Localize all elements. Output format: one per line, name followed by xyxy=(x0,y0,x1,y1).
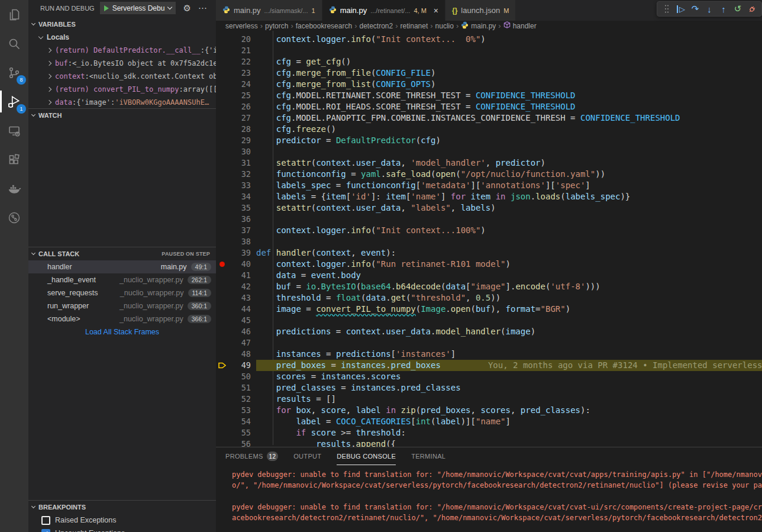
source-control-icon[interactable]: 8 xyxy=(0,58,28,87)
line-gutter[interactable]: 28 xyxy=(216,124,256,135)
code-line[interactable]: 52 results = [] xyxy=(216,394,762,405)
line-content[interactable]: context.logger.info("Run retinanet-R101 … xyxy=(256,259,762,270)
checkbox-checked[interactable]: ✓ xyxy=(41,529,50,532)
call-stack-header[interactable]: CALL STACK PAUSED ON STEP xyxy=(28,247,216,260)
line-content[interactable]: instances = predictions['instances'] xyxy=(256,349,762,360)
line-gutter[interactable]: 31 xyxy=(216,157,256,169)
step-out-icon[interactable]: ↑ xyxy=(718,2,729,15)
breadcrumb-item[interactable]: retinanet xyxy=(401,22,428,30)
line-gutter[interactable]: 36 xyxy=(216,214,256,225)
line-gutter[interactable]: 52 xyxy=(216,394,256,405)
line-gutter[interactable]: 46 xyxy=(216,326,256,337)
line-gutter[interactable]: 34 xyxy=(216,191,256,202)
line-content[interactable]: cfg.MODEL.ROI_HEADS.SCORE_THRESH_TEST = … xyxy=(256,101,762,112)
stack-frame-row[interactable]: serve_requests_nuclio_wrapper.py114:1 xyxy=(28,286,216,299)
code-line[interactable]: 55 if score >= threshold: xyxy=(216,427,762,439)
line-gutter[interactable]: 21 xyxy=(216,45,256,56)
line-gutter[interactable]: 55 xyxy=(216,427,256,439)
line-gutter[interactable]: 39 xyxy=(216,247,256,259)
line-content[interactable]: cfg.merge_from_file(CONFIG_FILE) xyxy=(256,67,762,79)
line-content[interactable]: scores = instances.scores xyxy=(256,371,762,382)
code-line[interactable]: 56 results.append({ xyxy=(216,439,762,447)
line-content[interactable]: pred_boxes = instances.pred_boxesYou, 2 … xyxy=(256,360,762,371)
line-gutter[interactable]: 29 xyxy=(216,135,256,146)
current-line-arrow-icon[interactable] xyxy=(216,362,228,369)
code-line[interactable]: 45 xyxy=(216,315,762,326)
code-line[interactable]: 44 image = convert_PIL_to_numpy(Image.op… xyxy=(216,304,762,315)
step-over-icon[interactable]: ↷ xyxy=(689,2,701,15)
continue-icon[interactable]: ▷ xyxy=(675,2,687,15)
code-line[interactable]: 27 cfg.MODEL.PANOPTIC_FPN.COMBINE.INSTAN… xyxy=(216,112,762,124)
git-graph-icon[interactable] xyxy=(0,203,28,232)
variables-scope-locals[interactable]: Locals xyxy=(28,31,216,44)
line-gutter[interactable]: 27 xyxy=(216,112,256,124)
code-line[interactable]: 51 pred_classes = instances.pred_classes xyxy=(216,382,762,394)
line-gutter[interactable]: 23 xyxy=(216,67,256,79)
line-content[interactable]: predictions = context.user_data.model_ha… xyxy=(256,326,762,337)
stack-frame-row[interactable]: _handle_event_nuclio_wrapper.py262:1 xyxy=(28,273,216,286)
line-content[interactable]: cfg.freeze() xyxy=(256,124,762,135)
line-gutter[interactable]: 20 xyxy=(216,34,256,45)
code-line[interactable]: 49 pred_boxes = instances.pred_boxesYou,… xyxy=(216,360,762,371)
start-debug-icon[interactable] xyxy=(104,5,109,11)
editor-tab[interactable]: main.py.../siammask/...1 xyxy=(216,0,322,21)
code-line[interactable]: 48 instances = predictions['instances'] xyxy=(216,349,762,360)
code-line[interactable]: 21 xyxy=(216,45,762,56)
editor-tab[interactable]: {}launch.jsonM xyxy=(445,0,516,21)
disconnect-icon[interactable] xyxy=(746,2,758,15)
line-gutter[interactable]: 35 xyxy=(216,202,256,214)
line-gutter[interactable]: 24 xyxy=(216,79,256,90)
restart-icon[interactable]: ↺ xyxy=(732,2,744,15)
line-content[interactable]: functionconfig = yaml.safe_load(open("/o… xyxy=(256,169,762,180)
stack-frame-row[interactable]: <module>_nuclio_wrapper.py366:1 xyxy=(28,312,216,325)
code-line[interactable]: 31 setattr(context.user_data, 'model_han… xyxy=(216,157,762,169)
line-gutter[interactable]: 22 xyxy=(216,56,256,67)
code-line[interactable]: 34 labels = {item['id']: item['name'] fo… xyxy=(216,191,762,202)
line-gutter[interactable]: 54 xyxy=(216,416,256,427)
line-gutter[interactable]: 50 xyxy=(216,371,256,382)
line-gutter[interactable]: 30 xyxy=(216,146,256,157)
code-line[interactable]: 36 xyxy=(216,214,762,225)
code-line[interactable]: 46 predictions = context.user_data.model… xyxy=(216,326,762,337)
line-content[interactable]: cfg.merge_from_list(CONFIG_OPTS) xyxy=(256,79,762,90)
line-gutter[interactable]: 51 xyxy=(216,382,256,394)
breadcrumb-item[interactable]: pytorch xyxy=(265,22,288,30)
code-line[interactable]: 53 for box, score, label in zip(pred_box… xyxy=(216,405,762,416)
extensions-icon[interactable] xyxy=(0,145,28,174)
code-editor[interactable]: 20 context.logger.info("Init context... … xyxy=(216,31,762,447)
line-gutter[interactable]: 45 xyxy=(216,315,256,326)
code-line[interactable]: 23 cfg.merge_from_file(CONFIG_FILE) xyxy=(216,67,762,79)
code-line[interactable]: 50 scores = instances.scores xyxy=(216,371,762,382)
line-gutter[interactable]: 33 xyxy=(216,180,256,191)
more-actions-icon[interactable]: ⋯ xyxy=(198,3,207,14)
run-and-debug-icon[interactable]: 1 xyxy=(0,87,28,116)
code-line[interactable]: 54 label = COCO_CATEGORIES[int(label)]["… xyxy=(216,416,762,427)
line-gutter[interactable]: 42 xyxy=(216,281,256,292)
line-gutter[interactable]: 48 xyxy=(216,349,256,360)
breadcrumb-item[interactable]: nuclio xyxy=(435,22,454,30)
line-gutter[interactable]: 25 xyxy=(216,90,256,101)
variable-row[interactable]: data: {'image': 'iVBORw0KGgoAAAANSUhE… xyxy=(28,96,216,108)
line-content[interactable]: results.append({ xyxy=(256,439,762,447)
line-content[interactable] xyxy=(256,146,762,157)
code-line[interactable]: 33 labels_spec = functionconfig['metadat… xyxy=(216,180,762,191)
line-content[interactable] xyxy=(256,45,762,56)
line-gutter[interactable]: 40 xyxy=(216,259,256,270)
panel-tab-debug-console[interactable]: DEBUG CONSOLE xyxy=(337,447,396,465)
code-line[interactable]: 42 buf = io.BytesIO(base64.b64decode(dat… xyxy=(216,281,762,292)
line-gutter[interactable]: 38 xyxy=(216,236,256,247)
breadcrumb-item[interactable]: handler xyxy=(503,21,537,30)
line-content[interactable]: label = COCO_CATEGORIES[int(label)]["nam… xyxy=(256,416,762,427)
code-line[interactable]: 28 cfg.freeze() xyxy=(216,124,762,135)
watch-header[interactable]: WATCH xyxy=(28,109,216,122)
docker-icon[interactable] xyxy=(0,174,28,203)
stack-frame-row[interactable]: handlermain.py49:1 xyxy=(28,260,216,273)
breadcrumb-item[interactable]: main.py xyxy=(461,21,496,31)
code-line[interactable]: 22 cfg = get_cfg() xyxy=(216,56,762,67)
line-content[interactable]: labels = {item['id']: item['name'] for i… xyxy=(256,191,762,202)
code-line[interactable]: 30 xyxy=(216,146,762,157)
code-line[interactable]: 47 xyxy=(216,337,762,349)
line-content[interactable]: threshold = float(data.get("threshold", … xyxy=(256,292,762,304)
line-gutter[interactable]: 41 xyxy=(216,270,256,281)
variables-header[interactable]: VARIABLES xyxy=(28,18,216,31)
